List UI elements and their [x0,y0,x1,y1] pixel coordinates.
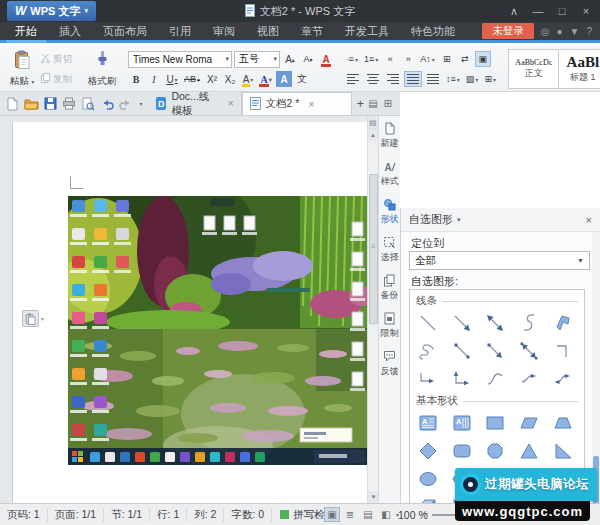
scroll-up-arrow[interactable]: ▲ [368,129,378,141]
shape-elbow-double-arrow[interactable] [449,366,475,392]
shape-parallelogram[interactable] [516,410,542,436]
web-view-icon[interactable]: ▤ [360,507,376,522]
strip-item-备份[interactable]: 备份 [379,268,400,306]
shape-elbow-arrow[interactable] [415,366,441,392]
strip-item-反馈[interactable]: 反馈 [379,344,400,382]
shape-text-box[interactable]: A [415,410,441,436]
shape-rounded-rectangle[interactable] [449,438,475,464]
italic-button[interactable]: I [146,71,162,87]
align-center-button[interactable] [364,71,382,87]
insert-table-button[interactable]: ⊞ [439,51,455,67]
ribbon-tab-开始[interactable]: 开始 [4,22,48,40]
strip-item-限制[interactable]: 限制 [379,306,400,344]
chevron-down-icon[interactable]: ▾ [457,216,461,224]
undo-icon[interactable] [99,96,115,112]
collapse-ribbon-button[interactable]: ∧ [502,0,526,22]
shape-scribble[interactable] [516,310,542,336]
char-scale-button[interactable]: A↕▾ [418,51,437,67]
scrollbar-thumb[interactable] [369,174,378,324]
font-size-select[interactable]: 五号▾ [234,51,280,68]
ruler-toggle-icon[interactable]: ▤ [368,116,378,129]
borders-button[interactable]: ⊞▾ [482,71,498,87]
close-button[interactable]: × [574,0,598,22]
style-正文[interactable]: AaBbCcDc正文 [508,49,558,89]
vertical-scrollbar[interactable]: ▤ ▲ ▼ [367,116,378,503]
paste-button[interactable]: 粘贴 ▾ [4,49,40,89]
cut-button[interactable]: 剪切 [40,52,84,66]
subscript-button[interactable]: X₂ [222,71,238,87]
skin-icon[interactable]: ▼ [570,26,580,37]
shape-line[interactable] [415,310,441,336]
strip-item-样式[interactable]: A样式 [379,154,400,192]
shape-trapezoid[interactable] [550,410,576,436]
shape-elbow-connector[interactable] [550,338,576,364]
align-left-button[interactable] [344,71,362,87]
ribbon-tab-视图[interactable]: 视图 [246,22,290,40]
tab-close-icon[interactable]: × [228,98,234,109]
shape-right-triangle[interactable] [550,438,576,464]
style-标题 1[interactable]: AaBl标题 1 [558,49,600,89]
shape-diamond[interactable] [415,438,441,464]
shape-oval[interactable] [415,466,441,492]
tab-close-icon[interactable]: × [308,99,314,110]
open-folder-icon[interactable] [23,96,39,112]
position-to-select[interactable]: 全部▼ [409,251,590,270]
shape-freeform[interactable] [550,310,576,336]
char-shading-button[interactable]: A [276,71,292,87]
shape-curved-connector[interactable] [483,366,509,392]
ribbon-tab-特色功能[interactable]: 特色功能 [400,22,466,40]
paste-options-floater[interactable]: ▾ [22,310,44,327]
shape-line-points[interactable] [449,338,475,364]
line-spacing-button[interactable]: ↕≡▾ [444,71,462,87]
maximize-button[interactable]: □ [550,0,574,22]
print-icon[interactable] [61,96,77,112]
copy-button[interactable]: 复制 [40,72,84,86]
document-tab[interactable]: 文档2 *× [242,92,353,115]
outline-view-icon[interactable]: ≣ [342,507,358,522]
strip-item-形状[interactable]: 形状 [379,192,400,230]
shape-double-arrow[interactable] [483,310,509,336]
ribbon-tab-页面布局[interactable]: 页面布局 [92,22,158,40]
page-view-icon[interactable]: ▣ [324,507,340,522]
align-justify-button[interactable] [404,71,422,87]
shape-arrow-points[interactable] [483,338,509,364]
embedded-picture[interactable] [68,196,367,465]
phonetic-guide-button[interactable]: 文 [294,71,310,87]
shape-rectangle[interactable] [483,410,509,436]
help-icon[interactable]: ? [586,26,592,37]
clear-format-button[interactable]: A [318,51,334,67]
strip-item-选择[interactable]: 选择 [379,230,400,268]
new-tab-button[interactable]: + [352,92,368,115]
new-window-icon[interactable]: ⊞ [384,98,392,109]
ribbon-tab-开发工具[interactable]: 开发工具 [334,22,400,40]
bold-button[interactable]: B [128,71,144,87]
shading-button[interactable]: ▨▾ [464,71,481,87]
theme-icon[interactable]: ● [556,26,562,37]
app-menu-button[interactable]: W WPS 文字 ▾ [7,1,96,21]
zoom-out-button[interactable]: − [422,507,428,519]
grow-font-button[interactable]: A▴ [282,51,298,67]
format-painter-button[interactable]: 格式刷 [84,49,120,89]
font-color-button[interactable]: A▾ [258,71,274,87]
document-canvas[interactable]: ▾ [0,116,367,503]
shape-arrow[interactable] [449,310,475,336]
highlight-button[interactable]: A▾ [240,71,256,87]
update-icon[interactable]: ◎ [541,26,550,37]
ribbon-tab-插入[interactable]: 插入 [48,22,92,40]
align-distribute-button[interactable] [424,71,442,87]
ribbon-tab-审阅[interactable]: 审阅 [202,22,246,40]
superscript-button[interactable]: X² [204,71,220,87]
new-doc-icon[interactable] [4,96,20,112]
decrease-indent-button[interactable]: « [382,51,398,67]
shape-double-arrow-points[interactable] [516,338,542,364]
panel-close-icon[interactable]: × [586,214,592,226]
minimize-button[interactable]: — [526,0,550,22]
shape-curved-arrow[interactable] [516,366,542,392]
shape-octagon[interactable] [483,438,509,464]
increase-indent-button[interactable]: » [400,51,416,67]
shape-triangle[interactable] [516,438,542,464]
save-icon[interactable] [42,96,58,112]
strikethrough-button[interactable]: AB▾ [182,71,202,87]
shrink-font-button[interactable]: A▾ [300,51,316,67]
underline-button[interactable]: U▾ [164,71,180,87]
